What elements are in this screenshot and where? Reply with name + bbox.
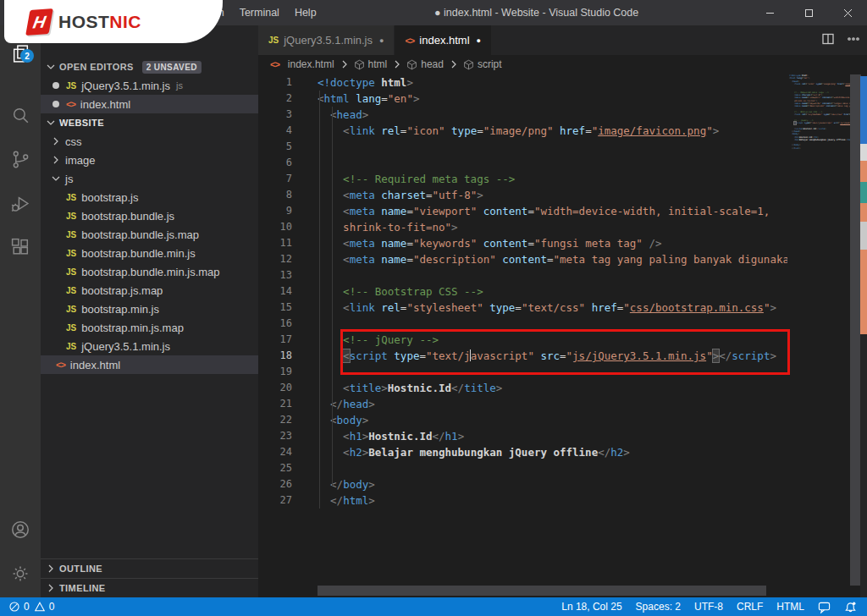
tab-jQuery3.5.1.min.js[interactable]: JSjQuery3.5.1.min.js● [258,25,394,55]
breadcrumb-item[interactable]: head [420,58,445,70]
feedback-icon[interactable] [818,601,831,613]
tree-file-bootstrap.bundle.min.js[interactable]: JSbootstrap.bundle.min.js [41,244,258,262]
code-line[interactable]: 25 [258,460,787,476]
item-label: jQuery3.5.1.min.js [81,340,170,353]
minimap[interactable]: <!doctype html><html lang="en"> <head> <… [789,74,850,193]
open-editor-item[interactable]: <>index.html [41,95,258,113]
open-editor-item[interactable]: JSjQuery3.5.1.min.jsjs [41,76,258,95]
code-token: = [527,237,534,250]
website-section-header[interactable]: WEBSITE [41,113,258,132]
run-debug-icon[interactable] [0,183,41,223]
menu-help[interactable]: Help [287,0,324,25]
code-token: " [706,124,713,137]
more-actions-icon[interactable] [847,32,860,49]
warnings-indicator[interactable]: 0 [34,601,55,613]
tree-file-index.html[interactable]: <>index.html [41,355,258,374]
search-icon[interactable] [0,95,41,135]
panel-timeline[interactable]: TIMELINE [41,578,258,597]
code-line[interactable]: 2<html lang="en"> [258,91,787,107]
code-line[interactable]: 24 <h2>Belajar menghubungkan jQuery offl… [258,444,787,460]
code-token: body [343,478,368,491]
code-line[interactable]: 21 </head> [258,396,787,412]
code-line[interactable]: 10 shrink-to-fit=no"> [258,219,787,235]
account-icon[interactable] [0,509,41,550]
tree-file-bootstrap.bundle.min.js.map[interactable]: JSbootstrap.bundle.min.js.map [41,262,258,281]
tree-file-bootstrap.js.map[interactable]: JSbootstrap.js.map [41,281,258,300]
tree-file-bootstrap.bundle.js.map[interactable]: JSbootstrap.bundle.js.map [41,225,258,244]
tree-file-bootstrap.bundle.js[interactable]: JSbootstrap.bundle.js [41,206,258,225]
status-item-3[interactable]: CRLF [737,601,763,613]
code-line[interactable]: 15 <link rel="stylesheet" type="text/css… [258,300,787,316]
status-item-1[interactable]: Spaces: 2 [636,601,681,613]
explorer-badge: 2 [20,49,34,63]
breadcrumb-item[interactable]: script [477,58,503,70]
code-line[interactable]: 20 <title>Hostnic.Id</title> [258,380,787,396]
maximize-button[interactable] [789,0,828,25]
close-button[interactable] [828,0,867,25]
notifications-bell-icon[interactable] [844,601,857,613]
code-line[interactable]: 12 <meta name="description" content="met… [258,251,787,267]
code-area[interactable]: 1<!doctype html>2<html lang="en">3 <head… [258,74,787,509]
code-token: = [477,124,483,137]
code-line[interactable]: 11 <meta name="keywords" content="fungsi… [258,235,787,251]
code-line[interactable]: 13 [258,267,787,283]
code-line[interactable]: 27 </html> [258,492,787,509]
warning-count: 0 [49,601,55,613]
code-token: href [560,124,585,137]
line-number: 9 [258,203,292,219]
code-token: = [547,253,554,266]
menu-terminal[interactable]: Terminal [232,0,287,25]
indent-guide [319,91,320,509]
line-number: 12 [258,251,292,267]
code-token [585,301,592,314]
code-token [477,237,483,250]
extensions-icon[interactable] [0,227,41,267]
tree-folder-css[interactable]: css [41,132,258,151]
tree-file-bootstrap.min.js[interactable]: JSbootstrap.min.js [41,300,258,318]
js-file-icon: JS [66,305,76,314]
horizontal-scrollbar[interactable] [318,586,766,596]
line-content: <meta name="keywords" content="fungsi me… [318,235,661,251]
code-line[interactable]: 6 [258,155,787,171]
code-line[interactable]: 1<!doctype html> [258,74,787,91]
minimap-line: </html> [789,147,850,150]
tree-folder-js[interactable]: js [41,169,258,188]
code-line[interactable]: 23 <h1>Hostnic.Id</h1> [258,428,787,444]
tree-file-bootstrap.min.js.map[interactable]: JSbootstrap.min.js.map [41,318,258,337]
code-line[interactable]: 9 <meta name="viewport" content="width=d… [258,203,787,219]
open-editors-header[interactable]: OPEN EDITORS 2 UNSAVED [41,58,258,76]
status-item-4[interactable]: HTML [776,601,804,613]
tree-file-bootstrap.js[interactable]: JSbootstrap.js [41,188,258,206]
tab-index.html[interactable]: <>index.html● [395,25,491,55]
minimize-button[interactable] [750,0,789,25]
breadcrumb-item[interactable]: html [367,58,389,70]
file-label: jQuery3.5.1.min.js [81,80,170,92]
code-line[interactable]: 8 <meta charset="utf-8"> [258,187,787,203]
line-number: 8 [258,187,292,203]
code-line[interactable]: 5 [258,139,787,155]
line-number: 27 [258,492,292,509]
tree-file-jQuery3.5.1.min.js[interactable]: JSjQuery3.5.1.min.js [41,337,258,355]
code-token: name [381,205,406,217]
code-line[interactable]: 26 </body> [258,476,787,492]
code-line[interactable]: 3 <head> [258,107,787,123]
code-line[interactable]: 4 <link rel="icon" type="image/png" href… [258,123,787,139]
code-line[interactable]: 14 <!-- Bootstrap CSS --> [258,283,787,300]
code-line[interactable]: 7 <!-- Required meta tags --> [258,171,787,187]
code-token: lang [356,92,381,105]
breadcrumb-item[interactable]: index.html [287,58,335,70]
settings-gear-icon[interactable] [0,553,41,594]
status-item-2[interactable]: UTF-8 [694,601,723,613]
line-number: 2 [258,91,292,107]
status-item-0[interactable]: Ln 18, Col 25 [561,601,621,613]
chevron-right-icon [49,135,63,148]
source-control-icon[interactable] [0,139,41,179]
chevron-down-icon [44,116,58,129]
line-content: </body> [318,476,375,492]
tree-folder-image[interactable]: image [41,151,258,169]
split-editor-icon[interactable] [821,32,835,49]
panel-outline[interactable]: OUTLINE [41,558,258,578]
line-content: </head> [318,396,375,412]
code-line[interactable]: 22 <body> [258,412,787,428]
errors-indicator[interactable]: 0 [8,601,30,613]
